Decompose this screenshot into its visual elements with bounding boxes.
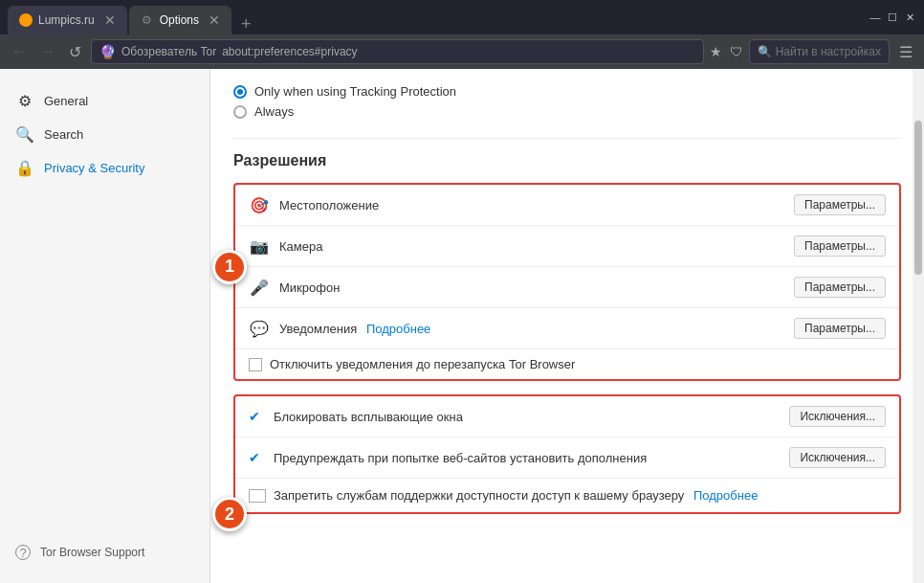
search-settings-icon: 🔍 (758, 45, 772, 58)
sidebar-item-support[interactable]: ? Tor Browser Support (15, 537, 194, 568)
tab-options-close[interactable]: ✕ (209, 12, 220, 28)
sidebar-general-label: General (44, 94, 88, 108)
popups-label: Блокировать всплывающие окна (274, 410, 781, 424)
camera-icon: 📷 (249, 237, 270, 256)
accessibility-label: Запретить службам поддержки доступности … (274, 488, 886, 503)
opt-row-addons: ✔ Предупреждать при попытке веб-сайтов у… (235, 437, 899, 479)
microphone-params-button[interactable]: Параметры... (794, 277, 886, 298)
disable-notifications-checkbox[interactable] (249, 358, 262, 371)
scrollbar-track[interactable] (913, 69, 924, 583)
nav-bar: ← → ↺ 🔮 Обозреватель Tor about:preferenc… (0, 34, 924, 69)
perm-notifications-label: Уведомления Подробнее (279, 322, 784, 336)
sidebar-item-privacy[interactable]: 🔒 Privacy & Security (0, 151, 209, 185)
privacy-icon: 🔒 (15, 159, 34, 177)
sidebar-support-label: Tor Browser Support (40, 546, 144, 559)
divider (233, 138, 901, 139)
perm-camera-label: Камера (279, 239, 784, 254)
accessibility-checkbox[interactable] (249, 489, 266, 503)
maximize-button[interactable]: ☐ (886, 11, 899, 24)
popups-exceptions-button[interactable]: Исключения... (789, 406, 886, 427)
permissions-box: 🎯 Местоположение Параметры... 📷 Камера П… (233, 183, 901, 381)
support-icon: ? (15, 545, 31, 560)
minimize-button[interactable]: — (869, 11, 882, 24)
perm-microphone-label: Микрофон (279, 280, 784, 295)
radio-group: Only when using Tracking Protection Alwa… (233, 84, 901, 119)
perm-row-microphone: 🎤 Микрофон Параметры... (235, 267, 899, 308)
url-bar[interactable]: 🔮 Обозреватель Tor about:preferences#pri… (91, 39, 704, 64)
location-icon: 🎯 (249, 196, 270, 214)
options-section: 2 ✔ Блокировать всплывающие окна Исключе… (233, 394, 901, 514)
radio-tracking-dot[interactable] (233, 85, 247, 99)
perm-row-notifications: 💬 Уведомления Подробнее Параметры... (235, 308, 899, 349)
sidebar: ⚙ General 🔍 Search 🔒 Privacy & Security … (0, 69, 210, 583)
callout-1: 1 (212, 250, 247, 284)
location-params-button[interactable]: Параметры... (794, 194, 886, 215)
url-prefix: Обозреватель Tor (121, 45, 216, 58)
tab-lumpics[interactable]: Lumpics.ru ✕ (8, 6, 127, 34)
window-controls: — ☐ ✕ (869, 11, 916, 24)
new-tab-button[interactable]: + (233, 14, 259, 34)
addons-checkmark: ✔ (249, 450, 266, 465)
scrollbar-thumb[interactable] (914, 121, 922, 275)
reload-button[interactable]: ↺ (65, 41, 85, 63)
camera-params-button[interactable]: Параметры... (794, 235, 886, 257)
opt-row-accessibility: Запретить службам поддержки доступности … (235, 479, 899, 512)
url-text: about:preferences#privacy (222, 45, 357, 58)
addons-label: Предупреждать при попытке веб-сайтов уст… (274, 451, 781, 465)
perm-location-label: Местоположение (279, 198, 784, 213)
close-button[interactable]: ✕ (903, 11, 916, 24)
addons-exceptions-button[interactable]: Исключения... (789, 447, 886, 468)
perm-row-camera: 📷 Камера Параметры... (235, 226, 899, 267)
radio-tracking[interactable]: Only when using Tracking Protection (233, 84, 901, 99)
radio-always-dot[interactable] (233, 105, 247, 119)
disable-notifications-row: Отключить уведомления до перезапуска Tor… (235, 349, 899, 379)
title-bar: Lumpics.ru ✕ ⚙ Options ✕ + — ☐ ✕ (0, 0, 924, 34)
content-area: ⚙ General 🔍 Search 🔒 Privacy & Security … (0, 69, 924, 583)
notifications-more-link[interactable]: Подробнее (366, 322, 430, 336)
radio-always-label: Always (254, 104, 294, 119)
search-settings-text: Найти в настройках (776, 45, 881, 58)
tab-bar: Lumpics.ru ✕ ⚙ Options ✕ + (8, 0, 869, 34)
forward-button[interactable]: → (36, 41, 59, 62)
sidebar-item-general[interactable]: ⚙ General (0, 84, 209, 118)
nav-icons: ★ 🛡 (710, 44, 743, 59)
general-icon: ⚙ (15, 92, 34, 110)
permissions-section: 1 Разрешения 🎯 Местоположение Параметры.… (233, 152, 901, 381)
tab-lumpics-label: Lumpics.ru (38, 13, 95, 27)
options-box: ✔ Блокировать всплывающие окна Исключени… (233, 394, 901, 514)
lumpics-favicon (19, 13, 33, 27)
notifications-icon: 💬 (249, 320, 270, 338)
bookmark-icon[interactable]: ★ (710, 44, 722, 59)
tab-options[interactable]: ⚙ Options ✕ (129, 6, 231, 34)
sidebar-privacy-label: Privacy & Security (44, 161, 144, 175)
perm-row-location: 🎯 Местоположение Параметры... (235, 185, 899, 226)
permissions-title: Разрешения (233, 152, 901, 169)
tab-lumpics-close[interactable]: ✕ (104, 12, 116, 28)
main-panel: Only when using Tracking Protection Alwa… (210, 69, 924, 583)
disable-notifications-label: Отключить уведомления до перезапуска Tor… (270, 357, 575, 371)
accessibility-more-link[interactable]: Подробнее (693, 488, 758, 503)
tab-options-label: Options (160, 13, 199, 27)
menu-button[interactable]: ☰ (895, 41, 916, 63)
microphone-icon: 🎤 (249, 279, 270, 297)
options-favicon: ⚙ (141, 13, 154, 27)
radio-tracking-label: Only when using Tracking Protection (254, 84, 456, 99)
notifications-params-button[interactable]: Параметры... (794, 318, 886, 339)
back-button[interactable]: ← (8, 41, 31, 62)
url-icon: 🔮 (99, 44, 116, 59)
popups-checkmark: ✔ (249, 409, 266, 424)
shield-icon[interactable]: 🛡 (730, 44, 743, 59)
sidebar-search-label: Search (44, 127, 83, 142)
sidebar-item-search[interactable]: 🔍 Search (0, 118, 209, 151)
search-icon: 🔍 (15, 125, 34, 144)
radio-always[interactable]: Always (233, 104, 901, 119)
callout-2: 2 (212, 497, 247, 531)
opt-row-popups: ✔ Блокировать всплывающие окна Исключени… (235, 396, 899, 437)
search-settings[interactable]: 🔍 Найти в настройках (749, 39, 890, 64)
browser-window: Lumpics.ru ✕ ⚙ Options ✕ + — ☐ ✕ ← → ↺ 🔮… (0, 0, 924, 583)
